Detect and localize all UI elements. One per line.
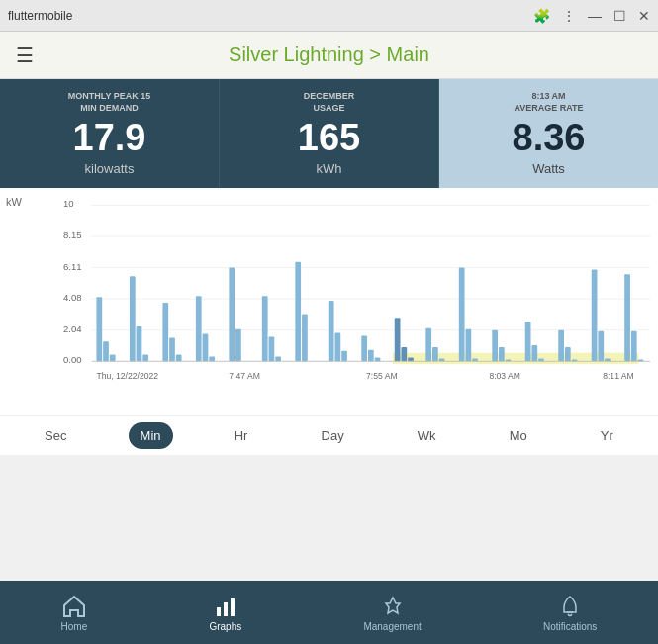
minimize-icon[interactable]: —: [588, 8, 602, 24]
svg-rect-35: [368, 350, 374, 361]
svg-rect-27: [269, 337, 275, 362]
svg-rect-45: [466, 329, 472, 362]
home-icon: [61, 594, 87, 619]
nav-item-home[interactable]: Home: [46, 590, 104, 636]
svg-rect-34: [361, 336, 367, 362]
svg-text:10: 10: [63, 199, 74, 210]
maximize-icon[interactable]: ☐: [613, 8, 626, 24]
chart-section: kW 10 8.15 6.11 4.08 2.04 0.00: [0, 188, 658, 455]
svg-rect-20: [176, 355, 182, 362]
window-controls: 🧩 ⋮ — ☐ ✕: [533, 8, 650, 24]
nav-item-management[interactable]: Management: [347, 590, 436, 636]
svg-text:0.00: 0.00: [63, 354, 82, 365]
stat-card-usage: DECEMBERUSAGE 165 kWh: [220, 79, 439, 188]
nav-item-graphs[interactable]: Graphs: [193, 590, 257, 636]
svg-text:2.04: 2.04: [63, 323, 82, 334]
nav-label-management: Management: [363, 621, 421, 632]
time-btn-wk[interactable]: Wk: [406, 422, 448, 449]
chart-area: kW 10 8.15 6.11 4.08 2.04 0.00: [0, 188, 658, 415]
time-btn-min[interactable]: Min: [129, 422, 173, 449]
svg-rect-13: [103, 341, 109, 361]
chart-y-label: kW: [6, 196, 22, 208]
close-icon[interactable]: ✕: [638, 8, 650, 24]
svg-rect-69: [224, 602, 228, 616]
time-btn-yr[interactable]: Yr: [589, 422, 625, 449]
nav-label-graphs: Graphs: [209, 621, 241, 632]
svg-rect-51: [531, 345, 537, 361]
svg-rect-33: [341, 351, 347, 362]
svg-rect-50: [525, 322, 531, 361]
svg-rect-43: [439, 359, 445, 362]
bottom-nav: Home Graphs Management Notifications: [0, 581, 658, 644]
svg-rect-58: [605, 359, 611, 362]
stat-label-demand: MONTHLY PEAK 15MIN DEMAND: [8, 91, 211, 114]
stat-unit-demand: kilowatts: [8, 161, 211, 176]
svg-rect-41: [425, 328, 431, 361]
time-btn-sec[interactable]: Sec: [33, 422, 78, 449]
hamburger-icon[interactable]: ☰: [16, 44, 34, 67]
stat-card-rate: 8:13 AMAVERAGE RATE 8.36 Watts: [439, 79, 658, 188]
svg-rect-28: [275, 357, 281, 362]
stat-unit-usage: kWh: [228, 161, 430, 176]
svg-rect-60: [631, 331, 637, 362]
svg-text:6.11: 6.11: [63, 261, 82, 272]
svg-rect-14: [110, 355, 116, 362]
svg-text:8:03 AM: 8:03 AM: [489, 371, 520, 381]
time-btn-hr[interactable]: Hr: [223, 422, 260, 449]
svg-rect-18: [162, 303, 168, 361]
svg-text:Thu, 12/22/2022: Thu, 12/22/2022: [96, 371, 158, 381]
time-range-controls: Sec Min Hr Day Wk Mo Yr: [0, 415, 658, 455]
svg-rect-29: [295, 262, 301, 361]
svg-rect-39: [401, 347, 407, 361]
svg-text:8:11 AM: 8:11 AM: [603, 371, 634, 381]
stat-label-rate: 8:13 AMAVERAGE RATE: [447, 91, 650, 114]
svg-rect-59: [624, 274, 630, 361]
puzzle-icon[interactable]: 🧩: [533, 8, 550, 24]
svg-rect-21: [196, 296, 202, 361]
page-title: Silver Lightning > Main: [229, 44, 429, 66]
stat-value-rate: 8.36: [447, 118, 650, 159]
svg-rect-25: [235, 329, 241, 362]
nav-item-notifications[interactable]: Notifications: [527, 590, 612, 636]
stat-label-usage: DECEMBERUSAGE: [228, 91, 430, 114]
svg-rect-32: [335, 333, 341, 362]
svg-text:7:55 AM: 7:55 AM: [366, 371, 398, 381]
svg-rect-42: [432, 347, 438, 361]
svg-rect-56: [592, 270, 598, 362]
svg-rect-57: [598, 331, 604, 362]
nav-label-notifications: Notifications: [543, 621, 597, 632]
svg-rect-70: [231, 598, 235, 616]
title-bar: fluttermobile 🧩 ⋮ — ☐ ✕: [0, 0, 658, 32]
svg-rect-52: [538, 359, 544, 362]
svg-rect-53: [558, 330, 564, 362]
svg-rect-48: [499, 347, 505, 361]
nav-label-home: Home: [61, 621, 88, 632]
time-btn-mo[interactable]: Mo: [498, 422, 539, 449]
svg-text:7:47 AM: 7:47 AM: [229, 371, 260, 381]
app-name: fluttermobile: [8, 9, 72, 23]
svg-text:4.08: 4.08: [63, 292, 82, 303]
stat-value-usage: 165: [228, 118, 430, 159]
svg-rect-68: [217, 607, 221, 616]
svg-rect-24: [229, 268, 235, 362]
stats-row: MONTHLY PEAK 15MIN DEMAND 17.9 kilowatts…: [0, 79, 658, 188]
svg-rect-54: [565, 347, 571, 361]
more-icon[interactable]: ⋮: [562, 8, 576, 24]
svg-rect-17: [142, 355, 148, 362]
svg-rect-15: [130, 276, 136, 361]
svg-rect-12: [96, 297, 102, 361]
app-header: ☰ Silver Lightning > Main: [0, 32, 658, 79]
svg-rect-38: [395, 318, 401, 361]
graphs-icon: [213, 594, 238, 619]
svg-rect-30: [302, 315, 308, 362]
svg-rect-36: [375, 358, 381, 362]
svg-rect-40: [408, 358, 414, 362]
stat-card-demand: MONTHLY PEAK 15MIN DEMAND 17.9 kilowatts: [0, 79, 220, 188]
management-icon: [380, 594, 406, 619]
svg-rect-46: [472, 359, 478, 362]
svg-rect-26: [262, 296, 268, 361]
svg-rect-44: [459, 268, 465, 362]
svg-rect-16: [137, 326, 142, 361]
svg-rect-23: [209, 357, 215, 362]
time-btn-day[interactable]: Day: [310, 422, 356, 449]
